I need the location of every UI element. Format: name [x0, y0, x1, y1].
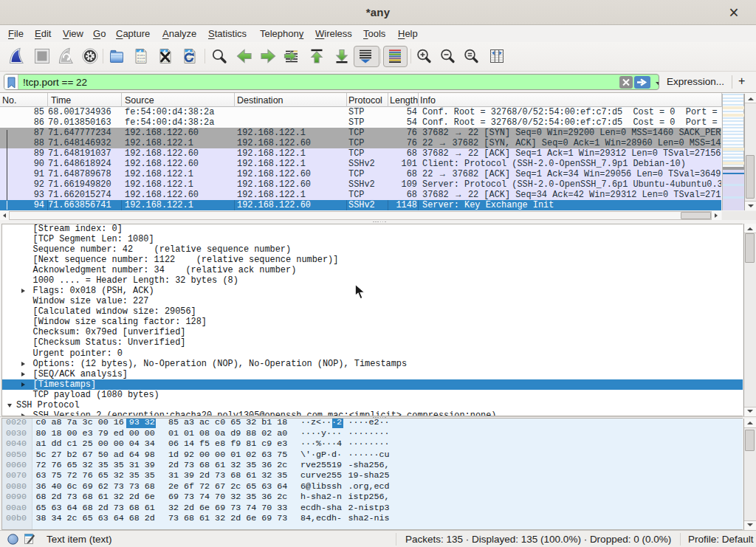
svg-text:0111: 0111: [137, 59, 145, 63]
